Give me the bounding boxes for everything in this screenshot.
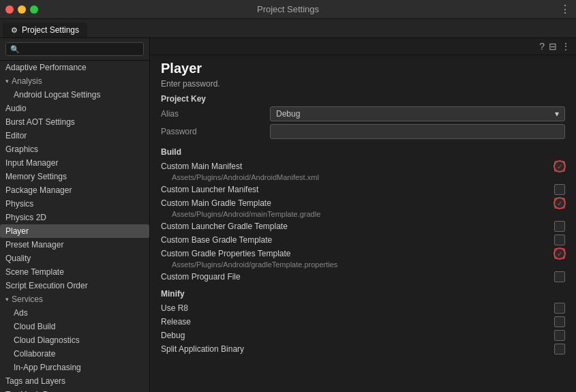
password-field[interactable] xyxy=(270,124,565,139)
triangle-icon: ▾ xyxy=(5,78,9,85)
sidebar-item-audio[interactable]: Audio xyxy=(0,102,149,115)
build-items-container: Custom Main Manifest✓Assets/Plugins/Andr… xyxy=(161,160,565,284)
minify-check-label: Debug xyxy=(161,331,554,340)
sidebar-item-memory-settings[interactable]: Memory Settings xyxy=(0,170,149,183)
sidebar-item-editor[interactable]: Editor xyxy=(0,129,149,142)
page-title: Player xyxy=(161,61,565,76)
menu-icon[interactable]: ⋮ xyxy=(560,3,571,16)
check-label: Custom Launcher Manifest xyxy=(161,185,554,194)
sidebar-item-tags-and-layers[interactable]: Tags and Layers xyxy=(0,374,149,388)
sidebar-item-input-manager[interactable]: Input Manager xyxy=(0,156,149,170)
check-label: Custom Launcher Gradle Template xyxy=(161,222,554,231)
sidebar-item-quality[interactable]: Quality xyxy=(0,252,149,265)
sidebar-item-graphics[interactable]: Graphics xyxy=(0,142,149,156)
tab-bar: ⚙ Project Settings xyxy=(0,19,576,38)
build-item-row: Custom Main Manifest✓Assets/Plugins/Andr… xyxy=(161,160,565,183)
content-body: Player Enter password. Project Key Alias… xyxy=(150,55,576,392)
checkbox-custom-gradle-properties-template[interactable]: ✓ xyxy=(554,248,565,259)
build-item-row: Custom Main Gradle Template✓Assets/Plugi… xyxy=(161,196,565,220)
sidebar-search xyxy=(0,38,149,61)
minify-checkbox-debug[interactable] xyxy=(554,330,565,341)
build-item-row: Custom Launcher Manifest xyxy=(161,183,565,196)
sidebar-item-script-execution-order[interactable]: Script Execution Order xyxy=(0,279,149,292)
filter-icon[interactable]: ⊟ xyxy=(549,41,557,52)
alias-dropdown[interactable]: Debug ▾ xyxy=(270,106,565,121)
minify-check-label: Release xyxy=(161,317,554,327)
alias-value: Debug ▾ xyxy=(270,106,565,121)
page-hint: Enter password. xyxy=(161,79,565,89)
password-value xyxy=(270,124,565,139)
main-layout: Adaptive Performance▾AnalysisAndroid Log… xyxy=(0,38,576,392)
check-label: Custom Proguard File xyxy=(161,272,554,282)
checkbox-custom-base-gradle-template[interactable] xyxy=(554,235,565,245)
sidebar-item-textmesh-pro[interactable]: TextMesh Pro xyxy=(0,388,149,392)
checkbox-custom-launcher-manifest[interactable] xyxy=(554,184,565,195)
build-label: Build xyxy=(161,147,565,157)
sidebar-item-physics-2d[interactable]: Physics 2D xyxy=(0,211,149,224)
minify-check-row: Debug xyxy=(161,329,565,342)
minify-check-label: Use R8 xyxy=(161,303,554,313)
check-row: Custom Launcher Gradle Template xyxy=(161,220,565,233)
check-row: Custom Proguard File xyxy=(161,270,565,284)
minify-check-row: Split Application Binary xyxy=(161,342,565,356)
sidebar-item-player[interactable]: Player xyxy=(0,224,149,238)
sidebar-item-burst-aot[interactable]: Burst AOT Settings xyxy=(0,115,149,129)
build-item-row: Custom Proguard File xyxy=(161,270,565,284)
project-key-section: Project Key Alias Debug ▾ Password xyxy=(161,94,565,139)
checkbox-custom-proguard-file[interactable] xyxy=(554,271,565,282)
minify-checkbox-use-r8[interactable] xyxy=(554,303,565,314)
sidebar-item-physics[interactable]: Physics xyxy=(0,197,149,211)
alias-label: Alias xyxy=(161,109,270,119)
sidebar-item-ads[interactable]: Ads xyxy=(0,306,149,320)
minify-check-row: Release xyxy=(161,315,565,329)
content-panel: ? ⊟ ⋮ Player Enter password. Project Key… xyxy=(150,38,576,392)
check-row: Custom Gradle Properties Template✓ xyxy=(161,247,565,260)
check-label: Custom Base Gradle Template xyxy=(161,235,554,245)
build-item-row: Custom Launcher Gradle Template xyxy=(161,220,565,233)
sidebar-item-preset-manager[interactable]: Preset Manager xyxy=(0,238,149,252)
help-icon[interactable]: ? xyxy=(539,41,545,52)
content-toolbar: ? ⊟ ⋮ xyxy=(150,38,576,55)
more-icon[interactable]: ⋮ xyxy=(561,41,571,52)
sidebar-item-adaptive-performance[interactable]: Adaptive Performance xyxy=(0,61,149,74)
check-sub-path: Assets/Plugins/Android/gradleTemplate.pr… xyxy=(161,260,565,270)
maximize-button[interactable] xyxy=(30,5,38,14)
build-item-row: Custom Gradle Properties Template✓Assets… xyxy=(161,247,565,270)
triangle-icon: ▾ xyxy=(5,296,9,303)
window-title: Project Settings xyxy=(257,4,319,14)
minimize-button[interactable] xyxy=(18,5,26,14)
tab-project-settings[interactable]: ⚙ Project Settings xyxy=(3,22,87,37)
chevron-down-icon: ▾ xyxy=(555,109,559,119)
sidebar-item-cloud-diagnostics[interactable]: Cloud Diagnostics xyxy=(0,333,149,347)
sidebar-item-package-manager[interactable]: Package Manager xyxy=(0,183,149,197)
check-label: Custom Main Gradle Template xyxy=(161,198,554,208)
check-sub-path: Assets/Plugins/Android/mainTemplate.grad… xyxy=(161,210,565,220)
sidebar-item-in-app-purchasing[interactable]: In-App Purchasing xyxy=(0,361,149,374)
project-key-label: Project Key xyxy=(161,94,565,104)
checkbox-custom-main-gradle-template[interactable]: ✓ xyxy=(554,198,565,209)
check-row: Custom Launcher Manifest xyxy=(161,183,565,196)
minify-section: Minify Use R8ReleaseDebugSplit Applicati… xyxy=(161,289,565,356)
build-item-row: Custom Base Gradle Template xyxy=(161,233,565,247)
password-label: Password xyxy=(161,127,270,136)
minify-checkbox-release[interactable] xyxy=(554,316,565,327)
checkbox-custom-launcher-gradle-template[interactable] xyxy=(554,221,565,232)
search-input[interactable] xyxy=(5,42,144,56)
checkbox-custom-main-manifest[interactable]: ✓ xyxy=(554,161,565,172)
alias-row: Alias Debug ▾ xyxy=(161,106,565,121)
sidebar-item-collaborate[interactable]: Collaborate xyxy=(0,347,149,361)
password-row: Password xyxy=(161,124,565,139)
sidebar-item-cloud-build[interactable]: Cloud Build xyxy=(0,320,149,333)
sidebar-item-android-logcat[interactable]: Android Logcat Settings xyxy=(0,88,149,102)
build-section: Build Custom Main Manifest✓Assets/Plugin… xyxy=(161,147,565,284)
minify-label: Minify xyxy=(161,289,565,299)
close-button[interactable] xyxy=(5,5,14,14)
sidebar-items-container: Adaptive Performance▾AnalysisAndroid Log… xyxy=(0,61,149,392)
check-label: Custom Main Manifest xyxy=(161,162,554,171)
minify-items-container: Use R8ReleaseDebugSplit Application Bina… xyxy=(161,301,565,356)
sidebar-item-scene-template[interactable]: Scene Template xyxy=(0,265,149,279)
sidebar-section-analysis[interactable]: ▾Analysis xyxy=(0,74,149,88)
minify-checkbox-split-application-binary[interactable] xyxy=(554,344,565,355)
sidebar: Adaptive Performance▾AnalysisAndroid Log… xyxy=(0,38,150,392)
sidebar-section-services[interactable]: ▾Services xyxy=(0,292,149,306)
